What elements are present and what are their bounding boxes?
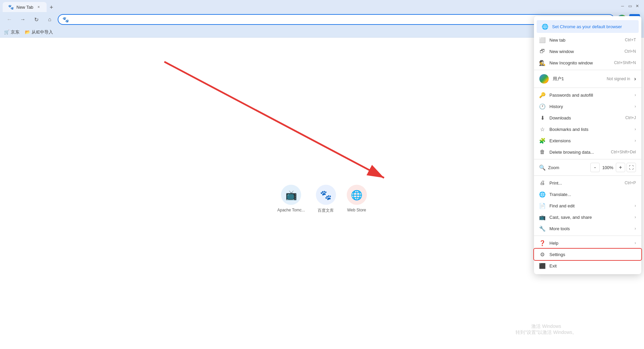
find-icon: 📄 bbox=[539, 203, 545, 209]
shortcut-apache-label: Apache Tomc... bbox=[277, 208, 305, 212]
menu-set-default[interactable]: 🌐 Set Chrome as your default browser bbox=[537, 20, 639, 33]
new-tab-icon: ⬜ bbox=[539, 37, 545, 43]
menu-cast-label: Cast, save, and share bbox=[549, 215, 631, 220]
menu-set-default-label: Set Chrome as your default browser bbox=[552, 24, 622, 29]
zoom-plus-button[interactable]: + bbox=[616, 163, 625, 172]
divider-3 bbox=[534, 159, 641, 159]
help-arrow-icon: › bbox=[635, 241, 636, 245]
menu-new-window[interactable]: 🗗 New window Ctrl+N bbox=[534, 46, 641, 57]
print-icon: 🖨 bbox=[539, 180, 545, 186]
divider-5 bbox=[534, 236, 641, 236]
bookmark-ie-icon: 📂 bbox=[25, 30, 30, 35]
shortcut-baidu[interactable]: 🐾 百度文库 bbox=[316, 185, 336, 213]
zoom-controls: - 100% + ⛶ bbox=[590, 163, 636, 172]
menu-exit-label: Exit bbox=[549, 263, 636, 268]
address-bar[interactable]: 🐾 ☆ bbox=[58, 14, 614, 25]
menu-delete-label: Delete browsing data... bbox=[549, 150, 607, 155]
downloads-icon: ⬇ bbox=[539, 115, 545, 121]
bookmarks-menu-icon: ☆ bbox=[539, 126, 545, 132]
browser-icon: 🐾 bbox=[62, 16, 69, 23]
back-button[interactable]: ← bbox=[4, 14, 15, 25]
menu-print-label: Print... bbox=[549, 181, 621, 186]
shortcut-webstore-label: Web Store bbox=[347, 208, 366, 212]
help-icon: ❓ bbox=[539, 240, 545, 246]
active-tab[interactable]: 🐾 New Tab × bbox=[3, 2, 47, 12]
menu-bookmarks[interactable]: ☆ Bookmarks and lists › bbox=[534, 123, 641, 135]
passwords-icon: 🔑 bbox=[539, 92, 545, 98]
menu-help-label: Help bbox=[549, 241, 631, 246]
divider-2 bbox=[534, 88, 641, 88]
incognito-icon: 🕵 bbox=[539, 60, 545, 66]
bookmark-ie-import[interactable]: 📂 从IE中导入 bbox=[25, 29, 53, 35]
delete-icon: 🗑 bbox=[539, 149, 545, 155]
menu-exit[interactable]: ⬛ Exit bbox=[534, 260, 641, 271]
window-controls: ─ ▭ ✕ bbox=[620, 3, 640, 9]
zoom-fullscreen-button[interactable]: ⛶ bbox=[627, 163, 636, 172]
shortcut-baidu-icon: 🐾 bbox=[316, 185, 336, 205]
menu-zoom-row: 🔍 Zoom - 100% + ⛶ bbox=[534, 161, 641, 174]
menu-profile[interactable]: 用户1 Not signed in › bbox=[534, 71, 641, 86]
maximize-button[interactable]: ▭ bbox=[627, 3, 633, 9]
close-button[interactable]: ✕ bbox=[635, 3, 640, 9]
menu-new-incognito-label: New Incognito window bbox=[549, 60, 610, 65]
shortcut-webstore[interactable]: 🌐 Web Store bbox=[346, 185, 367, 213]
menu-more-tools[interactable]: 🔧 More tools › bbox=[534, 223, 641, 234]
title-bar: 🐾 New Tab × + ─ ▭ ✕ bbox=[0, 0, 644, 12]
watermark-line1: 激活 Windows bbox=[516, 323, 577, 330]
more-tools-arrow-icon: › bbox=[635, 226, 636, 231]
new-window-icon: 🗗 bbox=[539, 48, 545, 54]
menu-print-shortcut: Ctrl+P bbox=[625, 181, 636, 185]
bookmark-jingdong-icon: 🛒 bbox=[4, 30, 9, 35]
profile-name: 用户1 bbox=[553, 76, 603, 82]
menu-passwords[interactable]: 🔑 Passwords and autofill › bbox=[534, 89, 641, 101]
menu-print[interactable]: 🖨 Print... Ctrl+P bbox=[534, 177, 641, 189]
zoom-icon: 🔍 bbox=[539, 164, 545, 170]
menu-downloads-shortcut: Ctrl+J bbox=[625, 115, 636, 120]
context-menu: 🌐 Set Chrome as your default browser ⬜ N… bbox=[534, 16, 641, 274]
history-icon: 🕐 bbox=[539, 103, 545, 109]
forward-button[interactable]: → bbox=[17, 14, 28, 25]
menu-find-edit[interactable]: 📄 Find and edit › bbox=[534, 200, 641, 211]
menu-settings[interactable]: ⚙ Settings bbox=[534, 249, 641, 260]
minimize-button[interactable]: ─ bbox=[620, 3, 625, 9]
menu-bookmarks-label: Bookmarks and lists bbox=[549, 127, 631, 132]
menu-translate-label: Translate... bbox=[549, 192, 636, 197]
extensions-arrow-icon: › bbox=[635, 138, 636, 143]
menu-cast[interactable]: 📺 Cast, save, and share › bbox=[534, 211, 641, 223]
bookmark-jingdong[interactable]: 🛒 京东 bbox=[4, 29, 19, 35]
shortcut-baidu-label: 百度文库 bbox=[318, 208, 334, 213]
new-tab-button[interactable]: + bbox=[47, 3, 56, 12]
exit-icon: ⬛ bbox=[539, 263, 545, 269]
translate-icon: 🌐 bbox=[539, 191, 545, 197]
divider-1 bbox=[534, 70, 641, 70]
default-browser-icon: 🌐 bbox=[542, 23, 548, 30]
menu-help[interactable]: ❓ Help › bbox=[534, 237, 641, 249]
menu-translate[interactable]: 🌐 Translate... bbox=[534, 189, 641, 200]
divider-4 bbox=[534, 176, 641, 176]
tab-title: New Tab bbox=[16, 5, 33, 10]
shortcuts-container: 📺 Apache Tomc... 🐾 百度文库 🌐 Web Store bbox=[277, 185, 367, 213]
shortcut-apache[interactable]: 📺 Apache Tomc... bbox=[277, 185, 305, 213]
home-button[interactable]: ⌂ bbox=[44, 14, 55, 25]
address-input[interactable] bbox=[72, 17, 602, 22]
tab-bar: 🐾 New Tab × + bbox=[3, 0, 56, 12]
refresh-button[interactable]: ↻ bbox=[31, 14, 42, 25]
bookmarks-arrow-icon: › bbox=[635, 127, 636, 132]
menu-find-label: Find and edit bbox=[549, 203, 631, 208]
menu-extensions[interactable]: 🧩 Extensions › bbox=[534, 135, 641, 146]
menu-history[interactable]: 🕐 History › bbox=[534, 101, 641, 112]
menu-new-tab[interactable]: ⬜ New tab Ctrl+T bbox=[534, 34, 641, 46]
menu-delete-browsing[interactable]: 🗑 Delete browsing data... Ctrl+Shift+Del bbox=[534, 146, 641, 158]
menu-new-window-shortcut: Ctrl+N bbox=[625, 49, 636, 54]
tab-close-button[interactable]: × bbox=[36, 4, 41, 10]
menu-downloads[interactable]: ⬇ Downloads Ctrl+J bbox=[534, 112, 641, 123]
cast-arrow-icon: › bbox=[635, 215, 636, 219]
menu-history-label: History bbox=[549, 104, 631, 109]
zoom-minus-button[interactable]: - bbox=[590, 163, 600, 172]
more-tools-icon: 🔧 bbox=[539, 226, 545, 232]
menu-new-incognito[interactable]: 🕵 New Incognito window Ctrl+Shift+N bbox=[534, 57, 641, 68]
shortcut-apache-icon: 📺 bbox=[281, 185, 301, 205]
find-arrow-icon: › bbox=[635, 203, 636, 208]
profile-status: Not signed in bbox=[607, 77, 630, 81]
menu-passwords-label: Passwords and autofill bbox=[549, 93, 631, 98]
